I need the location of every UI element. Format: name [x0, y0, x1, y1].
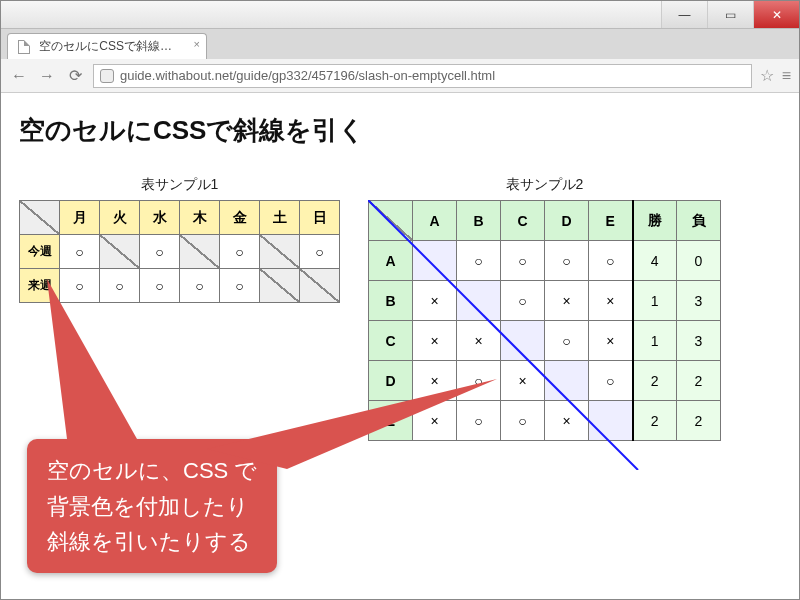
table2-cell: ×: [589, 281, 633, 321]
table1-col-header: 土: [260, 201, 300, 235]
table2-score-cell: 1: [633, 321, 677, 361]
table2-cell: ×: [589, 321, 633, 361]
table1-col-header: 日: [300, 201, 340, 235]
table2-corner-cell: [369, 201, 413, 241]
table2-score-cell: 3: [677, 321, 721, 361]
svg-marker-2: [207, 379, 497, 469]
window-titlebar: — ▭ ✕: [1, 1, 799, 29]
tab-strip: 空のセルにCSSで斜線を… ×: [1, 29, 799, 59]
address-bar[interactable]: guide.withabout.net/guide/gp332/457196/s…: [93, 64, 752, 88]
table2-col-header: E: [589, 201, 633, 241]
table2-cell: [545, 361, 589, 401]
back-button[interactable]: ←: [9, 67, 29, 85]
browser-tab[interactable]: 空のセルにCSSで斜線を… ×: [7, 33, 207, 59]
table2-col-header: A: [413, 201, 457, 241]
menu-button[interactable]: ≡: [782, 67, 791, 85]
reload-button[interactable]: ⟳: [65, 66, 85, 85]
table2-cell: ×: [545, 401, 589, 441]
table2-cell: ○: [589, 241, 633, 281]
table2-score-cell: 0: [677, 241, 721, 281]
window-close-button[interactable]: ✕: [753, 1, 799, 28]
table1-col-header: 水: [140, 201, 180, 235]
page-icon: [18, 40, 30, 54]
browser-window: — ▭ ✕ 空のセルにCSSで斜線を… × ← → ⟳ guide.withab…: [0, 0, 800, 600]
table2-score-header: 勝: [633, 201, 677, 241]
table2-cell: ○: [545, 241, 589, 281]
table2-cell: ×: [545, 281, 589, 321]
table2-cell: ○: [545, 321, 589, 361]
table1-col-header: 金: [220, 201, 260, 235]
window-minimize-button[interactable]: —: [661, 1, 707, 28]
bookmark-button[interactable]: ☆: [760, 66, 774, 85]
table1-col-header: 月: [60, 201, 100, 235]
tab-title: 空のセルにCSSで斜線を…: [39, 39, 184, 53]
table2-score-cell: 2: [677, 361, 721, 401]
table2-score-cell: 3: [677, 281, 721, 321]
table1-col-header: 木: [180, 201, 220, 235]
page-heading: 空のセルにCSSで斜線を引く: [19, 113, 781, 148]
table2-col-header: C: [501, 201, 545, 241]
forward-button[interactable]: →: [37, 67, 57, 85]
table2-score-cell: 4: [633, 241, 677, 281]
toolbar: ← → ⟳ guide.withabout.net/guide/gp332/45…: [1, 59, 799, 93]
table2-score-cell: 2: [633, 401, 677, 441]
callout-bubble: 空のセルに、CSS で 背景色を付加したり 斜線を引いたりする: [27, 439, 277, 573]
table2-cell: ○: [589, 361, 633, 401]
table2-col-header: D: [545, 201, 589, 241]
table2-score-cell: 2: [677, 401, 721, 441]
table2-cell: [457, 281, 501, 321]
tab-close-icon[interactable]: ×: [194, 38, 200, 50]
table2-col-header: B: [457, 201, 501, 241]
callout-pointer-right: [27, 319, 527, 519]
table2-cell: ○: [501, 281, 545, 321]
table1-caption: 表サンプル1: [19, 176, 340, 194]
table2-score-cell: 1: [633, 281, 677, 321]
callout-line3: 斜線を引いたりする: [47, 524, 257, 559]
table2-cell: [589, 401, 633, 441]
table2-cell: ○: [457, 241, 501, 281]
site-icon: [100, 69, 114, 83]
table2-score-header: 負: [677, 201, 721, 241]
table2-caption: 表サンプル2: [368, 176, 721, 194]
window-maximize-button[interactable]: ▭: [707, 1, 753, 28]
table1-col-header: 火: [100, 201, 140, 235]
table1-corner-cell: [20, 201, 60, 235]
table2-cell: ○: [501, 241, 545, 281]
url-text: guide.withabout.net/guide/gp332/457196/s…: [120, 68, 495, 83]
table2-score-cell: 2: [633, 361, 677, 401]
page-content: 空のセルにCSSで斜線を引く 表サンプル1 月火水木金土日 今週○○○○来週○○…: [1, 93, 799, 599]
